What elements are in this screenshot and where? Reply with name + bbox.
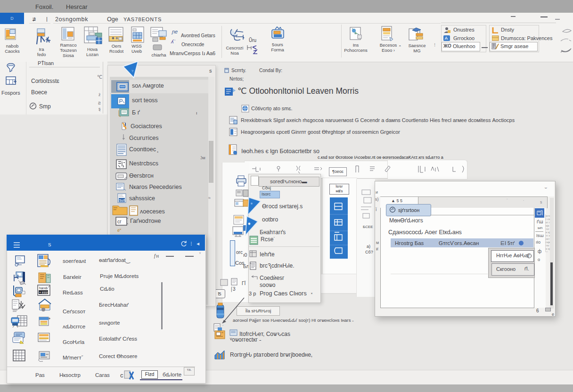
svg-text:с: с [120,372,123,379]
svg-text:сг: сг [117,219,122,224]
svg-text:٭ еѕѕг: ٭ еѕѕг [39,291,49,294]
svg-text:5оЛ: 5оЛ [119,199,125,202]
svg-text:һaгʌБ: һaгʌБ [39,286,48,290]
